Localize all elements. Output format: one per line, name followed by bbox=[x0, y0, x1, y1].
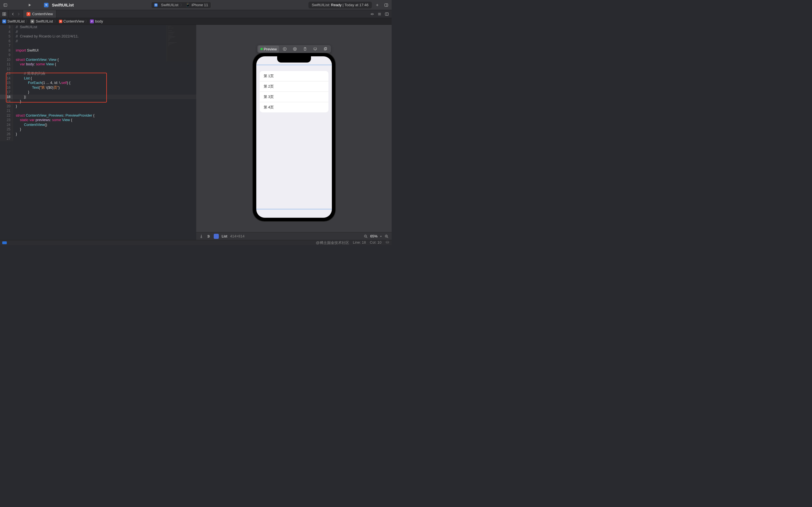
simulator-screen[interactable]: 第 1页第 2页第 3页第 4页 bbox=[256, 56, 332, 218]
swift-file-icon bbox=[27, 12, 31, 16]
svg-marker-2 bbox=[29, 4, 31, 6]
svg-line-35 bbox=[387, 237, 388, 238]
zoom-out-icon[interactable] bbox=[363, 234, 368, 238]
cursor-line: Line: 18 bbox=[353, 240, 366, 245]
tab-row: ContentView bbox=[0, 10, 392, 18]
preview-label: Preview bbox=[264, 47, 276, 51]
swift-file-icon bbox=[59, 20, 62, 23]
add-editor-icon[interactable] bbox=[384, 11, 389, 17]
code-line[interactable]: 21 bbox=[0, 108, 196, 113]
project-title: SwiftUIList bbox=[52, 3, 74, 7]
svg-line-32 bbox=[366, 237, 367, 238]
preview-pane: Preview 第 1页第 2页第 3页第 4页 bbox=[196, 25, 392, 240]
status-bar: @稀土掘金技术社区 Line: 18 Col: 10 bbox=[0, 240, 392, 245]
status-indicator[interactable] bbox=[2, 241, 7, 244]
preview-settings-icon[interactable] bbox=[206, 234, 211, 238]
folder-icon: ▣ bbox=[31, 19, 35, 23]
preview-device-icon[interactable] bbox=[311, 46, 320, 52]
code-line[interactable]: 17 } bbox=[0, 90, 196, 95]
watermark: @稀土掘金技术社区 bbox=[316, 240, 349, 245]
library-add-icon[interactable] bbox=[374, 2, 380, 8]
preview-canvas[interactable]: Preview 第 1页第 2页第 3页第 4页 bbox=[196, 25, 392, 232]
tab-contentview[interactable]: ContentView bbox=[23, 10, 56, 18]
preview-inspect-icon[interactable] bbox=[290, 46, 299, 52]
phone-notch bbox=[277, 56, 311, 62]
code-line[interactable]: 14 List { bbox=[0, 76, 196, 81]
svg-point-19 bbox=[294, 48, 296, 50]
svg-rect-0 bbox=[4, 4, 7, 6]
activity-status: SwiftUIList: Ready | Today at 17:46 bbox=[308, 2, 372, 8]
related-items-icon[interactable] bbox=[2, 11, 7, 17]
toggle-navigator-icon[interactable] bbox=[2, 2, 8, 8]
preview-duplicate-icon[interactable] bbox=[321, 46, 330, 52]
code-line[interactable]: 27 bbox=[0, 136, 196, 141]
list-item[interactable]: 第 4页 bbox=[260, 102, 328, 112]
code-line[interactable]: 15 ForEach(1 ... 4, id: \.self) { bbox=[0, 80, 196, 86]
svg-point-30 bbox=[208, 237, 208, 237]
scheme-selector[interactable]: ⧉ SwiftUIList 〉 📱 iPhone 11 bbox=[151, 2, 211, 8]
svg-rect-9 bbox=[3, 14, 4, 15]
selection-bound-top bbox=[256, 65, 332, 65]
code-line[interactable]: 20} bbox=[0, 104, 196, 109]
preview-live-button[interactable]: Preview bbox=[258, 46, 279, 52]
scheme-app-icon: ⧉ bbox=[154, 3, 158, 7]
code-line[interactable]: 11 var body: some View { bbox=[0, 62, 196, 67]
live-status-dot bbox=[260, 48, 262, 50]
code-line[interactable]: 23 static var previews: some View { bbox=[0, 118, 196, 122]
breadcrumb-item[interactable]: SwiftUIList bbox=[36, 19, 53, 23]
chevron-down-icon[interactable] bbox=[380, 235, 382, 237]
breadcrumb-item[interactable]: body bbox=[95, 19, 103, 23]
list-item[interactable]: 第 3页 bbox=[260, 92, 328, 102]
code-line[interactable]: 26} bbox=[0, 132, 196, 136]
scheme-device: iPhone 11 bbox=[192, 3, 208, 7]
list-item[interactable]: 第 1页 bbox=[260, 71, 328, 81]
svg-rect-38 bbox=[386, 241, 389, 243]
preview-play-icon[interactable] bbox=[280, 46, 289, 52]
preview-list[interactable]: 第 1页第 2页第 3页第 4页 bbox=[260, 71, 328, 112]
selected-element-name: List bbox=[221, 234, 227, 238]
editor-options-icon[interactable] bbox=[370, 11, 375, 17]
code-line[interactable]: 18 }| bbox=[0, 95, 196, 100]
property-icon: P bbox=[90, 19, 94, 23]
scheme-separator: 〉 bbox=[180, 3, 184, 8]
scheme-app-name: SwiftUIList bbox=[161, 3, 178, 7]
svg-rect-8 bbox=[4, 12, 6, 14]
pin-icon[interactable] bbox=[199, 234, 204, 238]
breadcrumb[interactable]: ⧉ SwiftUIList 〉 ▣ SwiftUIList 〉 ContentV… bbox=[0, 18, 392, 25]
status-panel-icon[interactable] bbox=[386, 240, 389, 244]
list-item[interactable]: 第 2页 bbox=[260, 81, 328, 92]
nav-forward-icon[interactable] bbox=[16, 11, 21, 17]
svg-point-18 bbox=[293, 47, 296, 50]
zoom-level[interactable]: 65% bbox=[370, 234, 377, 238]
breadcrumb-item[interactable]: SwiftUIList bbox=[7, 19, 24, 23]
zoom-in-icon[interactable] bbox=[384, 234, 389, 238]
svg-point-29 bbox=[209, 236, 209, 236]
code-line[interactable]: 16 Text("第 \($0)页") bbox=[0, 86, 196, 90]
simulator-phone-frame: 第 1页第 2页第 3页第 4页 bbox=[253, 53, 335, 221]
toggle-inspector-icon[interactable] bbox=[383, 2, 389, 8]
minimap[interactable]: ────────────────────────────────────────… bbox=[167, 25, 196, 61]
selected-element-icon bbox=[214, 234, 219, 239]
preview-on-device-icon[interactable] bbox=[301, 46, 310, 52]
svg-marker-17 bbox=[284, 48, 285, 50]
nav-back-icon[interactable] bbox=[10, 11, 15, 17]
selected-element-dims: 414×814 bbox=[230, 234, 245, 238]
simulator-icon: 📱 bbox=[186, 3, 190, 7]
svg-rect-21 bbox=[314, 48, 317, 50]
code-line[interactable]: 25 } bbox=[0, 127, 196, 132]
selection-bound-bottom bbox=[256, 209, 332, 209]
code-line[interactable]: 24 ContentView() bbox=[0, 122, 196, 127]
adjust-editor-icon[interactable] bbox=[377, 11, 382, 17]
svg-rect-10 bbox=[4, 14, 6, 15]
preview-toolbar: Preview bbox=[257, 45, 331, 53]
svg-point-28 bbox=[208, 235, 208, 235]
breadcrumb-item[interactable]: ContentView bbox=[63, 19, 84, 23]
preview-bottom-bar: List 414×814 65% bbox=[196, 232, 392, 240]
run-button[interactable] bbox=[27, 2, 33, 8]
code-line[interactable]: 12 bbox=[0, 67, 196, 71]
code-line[interactable]: 19 } bbox=[0, 99, 196, 104]
tab-label: ContentView bbox=[32, 12, 53, 16]
code-line[interactable]: 13 // 简单的列表 bbox=[0, 71, 196, 76]
code-editor[interactable]: 3// SwiftUIList4//5// Created by Ricardo… bbox=[0, 25, 196, 240]
code-line[interactable]: 22struct ContentView_Previews: PreviewPr… bbox=[0, 113, 196, 118]
